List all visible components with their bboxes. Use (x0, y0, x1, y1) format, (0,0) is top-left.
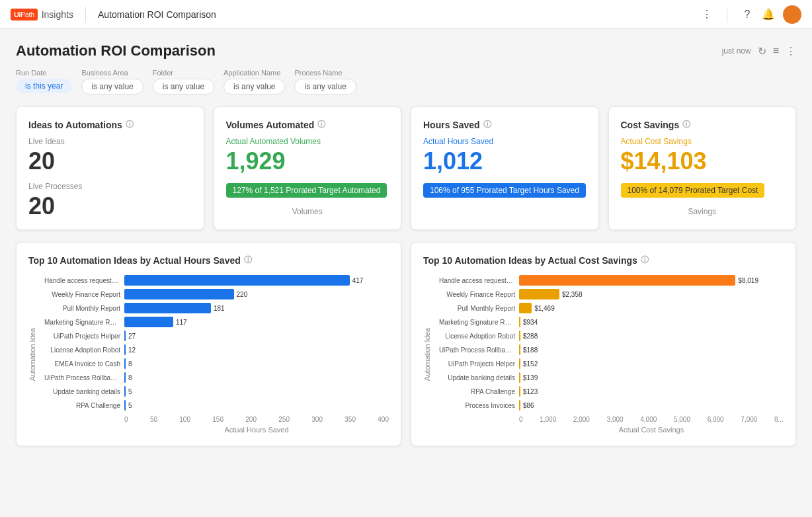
bar (519, 317, 520, 327)
bar-name: Marketing Signature Robot (439, 319, 515, 326)
refresh-icon[interactable]: ↻ (758, 45, 766, 58)
notification-icon[interactable]: 🔔 (762, 8, 775, 21)
bar-row: License Adoption Robot$288 (439, 331, 784, 341)
bar (519, 303, 532, 313)
info-icon-chart-hours[interactable]: ⓘ (244, 255, 252, 266)
bar-name: Pull Monthly Report (44, 305, 120, 312)
insights-label: Insights (42, 9, 73, 20)
filter-group: Folderis any value (153, 69, 214, 95)
bar-name: Weekly Finance Report (439, 291, 515, 298)
x-tick: 200 (245, 416, 257, 423)
bar-name: UiPath Projects Helper (44, 333, 120, 340)
bar-value: $123 (523, 388, 538, 395)
bar (124, 289, 234, 299)
bar-value: $8,019 (738, 277, 758, 284)
kpi-title-cost: Cost Savings ⓘ (621, 119, 784, 130)
page-header-right: just now ↻ ≡ ⋮ (722, 45, 796, 58)
cost-footer: Savings (621, 207, 784, 216)
bar-row: Weekly Finance Report$2,358 (439, 289, 784, 299)
filter-label: Run Date (16, 69, 72, 77)
filter-pill[interactable]: is any value (81, 79, 143, 95)
bar-name: Update banking details (439, 374, 515, 381)
bar-name: Marketing Signature Robot (44, 319, 120, 326)
volumes-badge: 127% of 1,521 Prorated Target Automated (226, 183, 387, 198)
x-tick: 3,000 (607, 416, 624, 423)
hours-main-value: 1,012 (423, 147, 587, 175)
bar-row: RPA Challenge$123 (439, 386, 784, 397)
live-ideas-label: Live Ideas (28, 137, 192, 146)
hours-bar-chart: Handle access requests for Internal...41… (44, 275, 389, 411)
hours-y-axis-label: Automation Idea (28, 328, 36, 381)
cost-x-axis-label: Actual Cost Savings (439, 426, 784, 434)
filter-pill[interactable]: is any value (294, 79, 356, 95)
more-icon[interactable]: ⋮ (700, 8, 713, 21)
kpi-row: Ideas to Automations ⓘ Live Ideas 20 Liv… (16, 106, 796, 230)
chart-hours-card: Top 10 Automation Ideas by Actual Hours … (16, 242, 401, 446)
bar-value: 8 (128, 374, 132, 381)
bar-value: $2,358 (562, 291, 583, 298)
live-ideas-value: 20 (28, 147, 192, 175)
bar-name: UiPath Process Rollback Assistant (44, 374, 120, 381)
cost-badge: 100% of 14,079 Prorated Target Cost (621, 183, 765, 198)
filter-pill[interactable]: is this year (16, 79, 72, 93)
x-tick: 1,000 (540, 416, 556, 423)
bar (519, 400, 520, 411)
bar-wrap: 5 (124, 400, 389, 411)
user-avatar[interactable] (783, 5, 801, 24)
x-tick: 50 (150, 416, 157, 423)
bar-value: 417 (352, 277, 364, 284)
cost-y-axis-label: Automation Idea (423, 328, 431, 381)
kpi-card-ideas: Ideas to Automations ⓘ Live Ideas 20 Liv… (16, 106, 204, 230)
help-icon[interactable]: ? (741, 8, 754, 21)
bar-value: 8 (128, 360, 132, 368)
charts-row: Top 10 Automation Ideas by Actual Hours … (16, 242, 796, 446)
x-tick: 400 (378, 416, 389, 423)
bar-name: RPA Challenge (439, 388, 515, 395)
header-more-icon[interactable]: ⋮ (786, 45, 796, 58)
bar (519, 358, 520, 369)
bar-wrap: $188 (519, 344, 784, 355)
filter-pill[interactable]: is any value (223, 79, 285, 95)
bar-wrap: $1,469 (519, 303, 784, 313)
logo: UiPath Insights (11, 9, 73, 20)
info-icon-chart-cost[interactable]: ⓘ (641, 255, 649, 266)
bar-value: $152 (523, 360, 538, 368)
filter-label: Application Name (223, 69, 285, 77)
chart-cost-area: Automation Idea Handle access requests f… (423, 275, 784, 434)
bar (124, 386, 126, 397)
bar (124, 317, 173, 327)
bar-wrap: 5 (124, 386, 389, 397)
bar-value: $188 (523, 346, 538, 354)
hours-x-axis-label: Actual Hours Saved (44, 426, 389, 434)
info-icon-hours[interactable]: ⓘ (483, 119, 491, 130)
info-icon-ideas[interactable]: ⓘ (126, 119, 134, 130)
bar-row: EMEA Invoice to Cash8 (44, 358, 389, 369)
bar-wrap: $123 (519, 386, 784, 397)
volumes-footer: Volumes (226, 207, 389, 216)
main-content: Automation ROI Comparison just now ↻ ≡ ⋮… (0, 29, 812, 459)
info-icon-cost[interactable]: ⓘ (682, 119, 690, 130)
filter-pill[interactable]: is any value (153, 79, 214, 95)
bar-row: Marketing Signature Robot117 (44, 317, 389, 327)
filter-icon[interactable]: ≡ (773, 45, 779, 57)
x-tick: 100 (179, 416, 190, 423)
x-tick: 8... (774, 416, 784, 423)
nav-page-title: Automation ROI Comparison (98, 9, 216, 20)
hours-badge: 106% of 955 Prorated Target Hours Saved (423, 183, 586, 198)
bar-row: UiPath Projects Helper$152 (439, 358, 784, 369)
bar-row: RPA Challenge5 (44, 400, 389, 411)
bar-wrap: $934 (519, 317, 784, 327)
bar-name: Update banking details (44, 388, 120, 395)
bar-wrap: $8,019 (519, 275, 784, 286)
bar-name: RPA Challenge (44, 402, 120, 409)
kpi-title-volumes: Volumes Automated ⓘ (226, 119, 389, 130)
nav-right: ⋮ ? 🔔 (700, 5, 801, 24)
bar (519, 331, 520, 341)
cost-bar-chart: Handle access requests for Internal...$8… (439, 275, 784, 411)
info-icon-volumes[interactable]: ⓘ (317, 119, 325, 130)
volumes-main-label: Actual Automated Volumes (226, 137, 389, 146)
bar (519, 344, 520, 355)
cost-main-value: $14,103 (621, 147, 784, 175)
bar-name: Process Invoices (439, 402, 515, 409)
bar (124, 331, 126, 341)
